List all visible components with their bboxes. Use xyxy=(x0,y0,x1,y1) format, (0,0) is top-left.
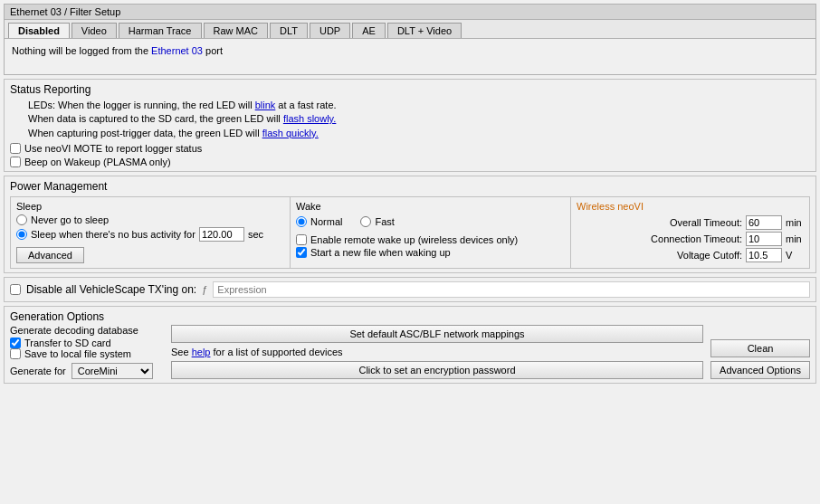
save-local-checkbox[interactable] xyxy=(10,348,21,359)
main-container: Ethernet 03 / Filter Setup Disabled Vide… xyxy=(0,0,820,504)
sleep-box: Sleep Never go to sleep Sleep when there… xyxy=(10,196,291,269)
generate-for-select[interactable]: CoreMini xyxy=(72,363,153,379)
ethernet-content: Nothing will be logged from the Ethernet… xyxy=(5,38,815,74)
wake-fast-label: Fast xyxy=(375,216,394,227)
sleep-activity-radio[interactable] xyxy=(16,229,27,240)
wireless-connection-input[interactable] xyxy=(746,232,782,246)
tab-disabled[interactable]: Disabled xyxy=(8,23,70,38)
checkbox-beep[interactable] xyxy=(10,157,21,167)
wake-remote-row: Enable remote wake up (wireless devices … xyxy=(296,234,565,245)
power-title: Power Management xyxy=(10,180,810,193)
wireless-voltage-input[interactable] xyxy=(746,248,782,262)
generation-left: Generate decoding database Transfer to S… xyxy=(10,325,164,379)
wake-normal-radio[interactable] xyxy=(296,216,307,227)
power-grid: Sleep Never go to sleep Sleep when there… xyxy=(10,196,810,269)
tab-bar: Disabled Video Harman Trace Raw MAC DLT … xyxy=(5,20,815,38)
transfer-sd-row: Transfer to SD card xyxy=(10,338,164,348)
wireless-voltage-label: Voltage Cutoff: xyxy=(677,250,742,261)
wake-newfile-row: Start a new file when waking up xyxy=(296,247,565,258)
wake-fast-row: Fast xyxy=(360,216,394,227)
checkbox-neovi-mote-row: Use neoVI MOTE to report logger status xyxy=(10,143,810,154)
tab-raw-mac[interactable]: Raw MAC xyxy=(204,23,269,38)
tab-dlt[interactable]: DLT xyxy=(270,23,308,38)
transfer-sd-label: Transfer to SD card xyxy=(24,338,111,348)
status-title: Status Reporting xyxy=(10,83,810,96)
gen-subtitle: Generate decoding database xyxy=(10,325,164,336)
tab-harman-trace[interactable]: Harman Trace xyxy=(119,23,202,38)
ethernet-message: Nothing will be logged from the Ethernet… xyxy=(12,45,223,56)
ethernet-header: Ethernet 03 / Filter Setup xyxy=(5,5,815,20)
generation-section: Generation Options Generate decoding dat… xyxy=(4,306,816,384)
generate-for-row: Generate for CoreMini xyxy=(10,363,164,379)
status-section: Status Reporting LEDs: When the logger i… xyxy=(4,79,816,172)
wireless-connection-row: Connection Timeout: min xyxy=(577,232,804,246)
wireless-title: Wireless neoVI xyxy=(577,201,804,212)
wake-fast-radio[interactable] xyxy=(360,216,371,227)
help-link[interactable]: help xyxy=(192,347,211,357)
tab-video[interactable]: Video xyxy=(72,23,117,38)
sleep-activity-label: Sleep when there's no bus activity for xyxy=(31,229,195,240)
wake-remote-label: Enable remote wake up (wireless devices … xyxy=(310,234,518,245)
save-local-row: Save to local file system xyxy=(10,348,164,359)
wake-radio-row: Normal Fast xyxy=(296,214,565,229)
ethernet-title: Ethernet 03 / Filter Setup xyxy=(10,6,120,17)
wireless-voltage-row: Voltage Cutoff: V xyxy=(577,248,804,262)
wireless-connection-unit: min xyxy=(786,233,804,244)
help-prefix: See xyxy=(171,347,189,357)
generation-center: Set default ASC/BLF network mappings See… xyxy=(171,325,703,379)
help-suffix: for a list of supported devices xyxy=(214,347,343,357)
wake-normal-label: Normal xyxy=(310,216,342,227)
sleep-never-row: Never go to sleep xyxy=(16,214,284,225)
encrypt-button[interactable]: Click to set an encryption password xyxy=(171,361,703,379)
wireless-overall-unit: min xyxy=(786,217,804,228)
wake-newfile-checkbox[interactable] xyxy=(296,247,307,258)
expression-input[interactable] xyxy=(213,281,810,298)
sleep-seconds-input[interactable] xyxy=(199,227,244,242)
sleep-title: Sleep xyxy=(16,201,284,212)
generation-right: Clean Advanced Options xyxy=(710,325,810,379)
power-section: Power Management Sleep Never go to sleep… xyxy=(4,176,816,273)
checkbox-neovi-mote[interactable] xyxy=(10,143,21,154)
set-default-button[interactable]: Set default ASC/BLF network mappings xyxy=(171,325,703,343)
vscape-section: Disable all VehicleScape TX'ing on: ƒ xyxy=(4,277,816,302)
vscape-checkbox[interactable] xyxy=(10,284,21,295)
checkbox-neovi-mote-label: Use neoVI MOTE to report logger status xyxy=(24,143,202,154)
wake-normal-row: Normal xyxy=(296,216,342,227)
wireless-box: Wireless neoVI Overall Timeout: min Conn… xyxy=(571,196,810,269)
wake-title: Wake xyxy=(296,201,565,212)
wake-newfile-label: Start a new file when waking up xyxy=(310,247,451,258)
tab-ae[interactable]: AE xyxy=(352,23,386,38)
checkbox-beep-label: Beep on Wakeup (PLASMA only) xyxy=(24,157,171,167)
advanced-options-button[interactable]: Advanced Options xyxy=(710,361,810,379)
sleep-advanced-button[interactable]: Advanced xyxy=(16,247,84,263)
wireless-voltage-unit: V xyxy=(786,250,804,261)
tab-udp[interactable]: UDP xyxy=(310,23,350,38)
sleep-never-label: Never go to sleep xyxy=(31,214,109,225)
generation-title: Generation Options xyxy=(10,310,810,323)
save-local-label: Save to local file system xyxy=(24,348,131,359)
sleep-unit: sec xyxy=(248,229,263,240)
fx-icon: ƒ xyxy=(202,284,207,295)
clean-button[interactable]: Clean xyxy=(710,339,810,357)
checkbox-beep-row: Beep on Wakeup (PLASMA only) xyxy=(10,157,810,167)
sleep-activity-row: Sleep when there's no bus activity for s… xyxy=(16,227,284,242)
transfer-sd-checkbox[interactable] xyxy=(10,338,21,348)
status-led-text: LEDs: When the logger is running, the re… xyxy=(28,99,810,140)
tab-dlt-video[interactable]: DLT + Video xyxy=(387,23,462,38)
generation-row: Generate decoding database Transfer to S… xyxy=(10,325,810,379)
vscape-label: Disable all VehicleScape TX'ing on: xyxy=(26,283,196,296)
wireless-overall-row: Overall Timeout: min xyxy=(577,215,804,230)
wireless-overall-label: Overall Timeout: xyxy=(670,217,742,228)
wireless-connection-label: Connection Timeout: xyxy=(651,233,742,244)
generate-for-label: Generate for xyxy=(10,366,66,376)
wake-remote-checkbox[interactable] xyxy=(296,234,307,245)
ethernet-section: Ethernet 03 / Filter Setup Disabled Vide… xyxy=(4,4,816,75)
wireless-overall-input[interactable] xyxy=(746,215,782,230)
sleep-never-radio[interactable] xyxy=(16,214,27,225)
wake-box: Wake Normal Fast Enable remote wake up (… xyxy=(291,196,571,269)
help-text: See help for a list of supported devices xyxy=(171,347,703,357)
